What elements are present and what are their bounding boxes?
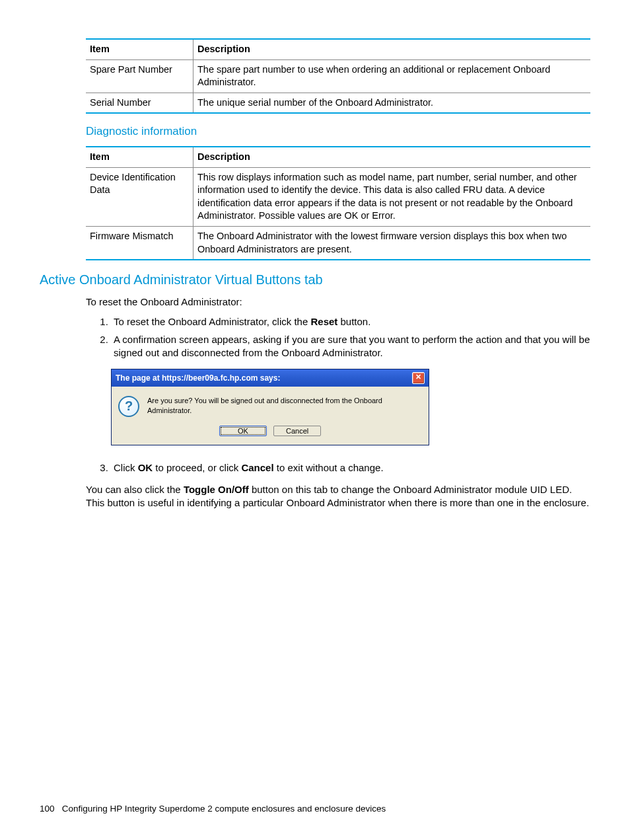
confirmation-dialog: The page at https://beer09a.fc.hp.com sa… [111, 369, 429, 445]
table-part-info: Item Description Spare Part Number The s… [86, 38, 590, 114]
cancel-button[interactable]: Cancel [273, 426, 321, 436]
table-row: Serial Number The unique serial number o… [86, 93, 590, 113]
table-diagnostic: Item Description Device Identification D… [86, 146, 590, 260]
intro-text: To reset the Onboard Administrator: [86, 295, 590, 309]
diagnostic-subheading: Diagnostic information [86, 124, 590, 139]
dialog-message: Are you sure? You will be signed out and… [147, 396, 422, 416]
section-heading-virtual-buttons: Active Onboard Administrator Virtual But… [40, 271, 590, 289]
question-icon: ? [118, 396, 139, 417]
table-header-description: Description [193, 147, 591, 167]
list-item: To reset the Onboard Administrator, clic… [111, 315, 590, 328]
ok-button[interactable]: OK [219, 426, 267, 436]
table-header-description: Description [193, 39, 591, 59]
table-row: Firmware Mismatch The Onboard Administra… [86, 227, 590, 260]
list-item: A confirmation screen appears, asking if… [111, 333, 590, 360]
toggle-paragraph: You can also click the Toggle On/Off but… [86, 483, 590, 510]
table-header-item: Item [86, 147, 193, 167]
dialog-title-text: The page at https://beer09a.fc.hp.com sa… [116, 373, 280, 383]
list-item: Click OK to proceed, or click Cancel to … [111, 461, 590, 475]
table-row: Spare Part Number The spare part number … [86, 59, 590, 93]
close-icon[interactable]: ✕ [412, 372, 425, 384]
table-row: Device Identification Data This row disp… [86, 167, 590, 226]
table-header-item: Item [86, 39, 193, 59]
dialog-titlebar: The page at https://beer09a.fc.hp.com sa… [112, 369, 429, 387]
